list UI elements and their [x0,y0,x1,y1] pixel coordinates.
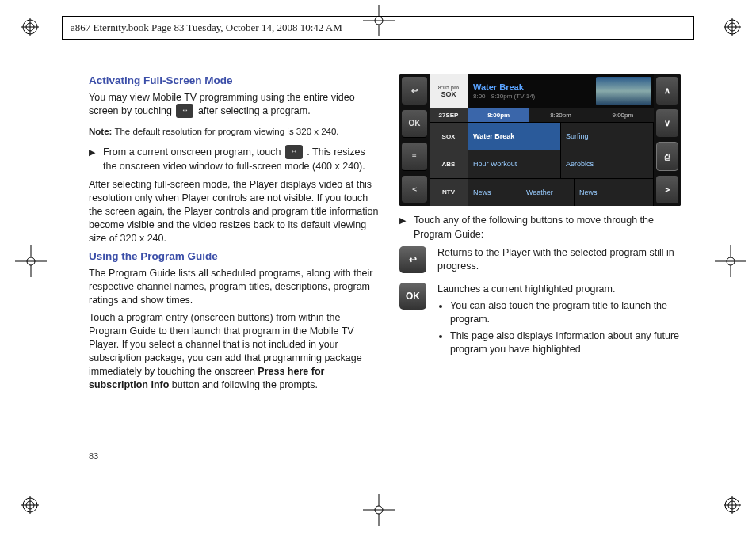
right-column: ↩ OK ≡ ＜ 8:05 pm SOX Water Break 8:00 - … [399,74,691,397]
pg-right-rail: ∧ ∨ ⎙ ＞ [654,74,681,206]
crop-cross [715,245,746,277]
crop-cross [15,245,47,277]
pg-program-cell[interactable]: Weather [521,179,575,206]
pg-program-cell[interactable]: News [575,179,654,206]
pg-program-cell[interactable]: News [468,179,521,206]
page-number: 83 [89,451,98,461]
heading-activating-fullscreen: Activating Full-Screen Mode [89,74,380,86]
pg-program-cell[interactable]: Surfing [561,123,654,150]
pg-time-row: 27SEP 8:00pm 8:30pm 9:00pm [430,108,654,122]
step-marker: ▶ [399,214,409,241]
fullscreen-icon: ↔ [176,104,193,118]
pg-row: SOX Water Break Surfing [430,122,654,150]
pg-program-cell[interactable]: Aerobics [561,150,654,177]
step-marker: ▶ [89,146,98,174]
pg-right-arrow[interactable]: ＞ [656,176,678,203]
pg-program-cell[interactable]: Water Break [468,123,561,150]
pg-fullscreen-button[interactable]: ⎙ [656,142,678,171]
para-intro: You may view Mobile TV programming using… [89,91,380,119]
note-block: Note: The default resolution for program… [89,124,380,139]
ok-desc: Launches a current highlighted program. … [437,283,691,359]
pg-time-cell[interactable]: 9:00pm [592,108,654,122]
pg-channel-cell[interactable]: NTV [430,179,468,206]
pg-left-rail: ↩ OK ≡ ＜ [399,74,430,206]
registration-mark [723,496,742,515]
left-column: Activating Full-Screen Mode You may view… [89,74,380,397]
ok-bullet: You can also touch the program title to … [450,299,691,326]
ok-bullet: This page also displays information abou… [450,329,691,356]
registration-mark [723,17,742,36]
step-guide-buttons: ▶ Touch any of the following buttons to … [399,214,691,241]
pg-channel-cell[interactable]: SOX [430,123,468,150]
fullscreen-icon: ↔ [285,145,303,159]
pg-down-button[interactable]: ∨ [656,109,678,137]
pg-thumbnail [596,77,651,105]
pg-grid: 8:05 pm SOX Water Break 8:00 - 8:30pm (T… [430,74,654,206]
para-guide-subscribe: Touch a program entry (onscreen buttons)… [89,311,380,391]
icon-desc-ok: OK Launches a current highlighted progra… [399,283,691,359]
pg-ok-button[interactable]: OK [402,110,427,139]
program-guide-screenshot: ↩ OK ≡ ＜ 8:05 pm SOX Water Break 8:00 - … [399,74,681,206]
crop-cross [363,494,395,526]
pg-featured: 8:05 pm SOX Water Break 8:00 - 8:30pm (T… [430,74,654,108]
heading-program-guide: Using the Program Guide [89,250,380,262]
registration-mark [21,17,40,36]
pg-time-cell[interactable]: 8:30pm [529,108,591,122]
pg-date-cell: 27SEP [430,108,468,122]
pg-row: NTV News Weather News [430,178,654,206]
registration-mark [21,496,40,515]
pg-time-cell[interactable]: 8:00pm [468,108,529,122]
pg-up-button[interactable]: ∧ [656,77,678,105]
pg-menu-button[interactable]: ≡ [402,143,427,171]
pg-row: ABS Hour Workout Aerobics [430,150,654,177]
page-frame-header: a867 Eternity.book Page 83 Tuesday, Octo… [62,16,694,40]
pg-left-arrow[interactable]: ＜ [402,176,427,204]
pg-back-button[interactable]: ↩ [402,77,427,105]
pg-featured-channel: 8:05 pm SOX [430,74,468,108]
pg-channel-cell[interactable]: ABS [430,150,468,177]
ok-icon: OK [399,283,426,310]
content-area: Activating Full-Screen Mode You may view… [89,74,691,397]
para-fullscreen-behavior: After selecting full-screen mode, the Pl… [89,178,380,245]
para-guide-desc: The Program Guide lists all scheduled pr… [89,267,380,307]
icon-desc-back: ↩ Returns to the Player with the selecte… [399,246,691,273]
back-desc: Returns to the Player with the selected … [437,246,691,273]
step-fullscreen: ▶ From a current onscreen program, touch… [89,146,380,174]
pg-featured-info[interactable]: Water Break 8:00 - 8:30pm (TV-14) [468,74,594,108]
pg-program-cell[interactable]: Hour Workout [468,150,561,177]
back-icon: ↩ [399,246,426,273]
frame-header-text: a867 Eternity.book Page 83 Tuesday, Octo… [71,21,342,34]
